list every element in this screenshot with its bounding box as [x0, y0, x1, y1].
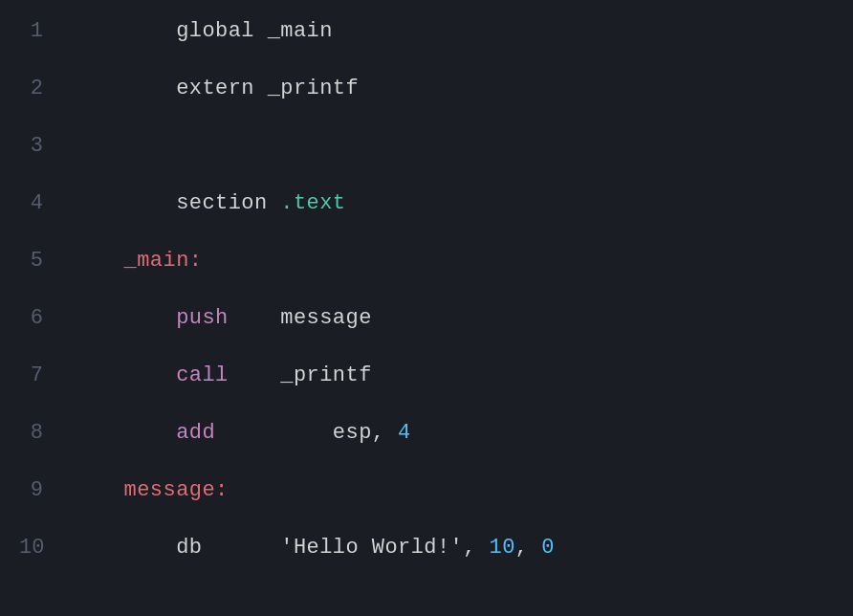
line-number: 3	[19, 134, 72, 158]
line-content: add esp, 4	[72, 421, 411, 445]
code-token: push	[176, 306, 229, 330]
code-line: 8 add esp, 4	[0, 421, 853, 478]
code-token: 0	[541, 536, 555, 560]
line-content: global _main	[72, 19, 333, 43]
line-number: 7	[19, 363, 72, 387]
line-content: _main:	[72, 249, 202, 273]
line-number: 5	[19, 249, 72, 273]
code-line: 7 call _printf	[0, 363, 853, 421]
code-token	[72, 306, 176, 330]
line-content: section .text	[72, 191, 346, 215]
line-number: 2	[19, 77, 72, 100]
code-token: ,	[515, 536, 541, 560]
code-line: 4 section .text	[0, 191, 853, 249]
line-content: message:	[72, 478, 229, 502]
code-token: global _main	[72, 19, 333, 43]
code-line: 1 global _main	[0, 19, 853, 77]
code-token: db 'Hello World!',	[72, 536, 490, 560]
line-number: 9	[19, 478, 72, 502]
code-line: 10 db 'Hello World!', 10, 0	[0, 536, 853, 593]
line-content: db 'Hello World!', 10, 0	[72, 536, 555, 560]
line-number: 10	[19, 536, 72, 560]
code-token: message:	[124, 478, 229, 502]
code-token: section	[72, 191, 280, 215]
code-line: 6 push message	[0, 306, 853, 363]
line-number: 8	[19, 421, 72, 445]
code-line: 5 _main:	[0, 249, 853, 306]
code-token: _printf	[229, 363, 372, 387]
code-token: message	[229, 306, 372, 330]
code-token	[72, 421, 176, 445]
line-content: extern _printf	[72, 77, 359, 100]
code-line: 9 message:	[0, 478, 853, 536]
code-line: 2 extern _printf	[0, 77, 853, 134]
code-token: 4	[398, 421, 411, 445]
line-content: push message	[72, 306, 372, 330]
code-token	[72, 363, 176, 387]
code-token: _main:	[124, 249, 203, 273]
line-content: call _printf	[72, 363, 372, 387]
code-token: .text	[280, 191, 345, 215]
code-token	[72, 249, 124, 273]
code-token: 10	[490, 536, 515, 560]
line-number: 6	[19, 306, 72, 330]
code-editor: 1 global _main2 extern _printf34 section…	[0, 0, 853, 616]
line-number: 4	[19, 191, 72, 215]
code-token: esp,	[215, 421, 398, 445]
code-token: add	[176, 421, 215, 445]
line-number: 1	[19, 19, 72, 43]
code-token: call	[176, 363, 229, 387]
code-token	[72, 478, 124, 502]
code-line: 3	[0, 134, 853, 191]
code-token: extern _printf	[72, 77, 359, 100]
